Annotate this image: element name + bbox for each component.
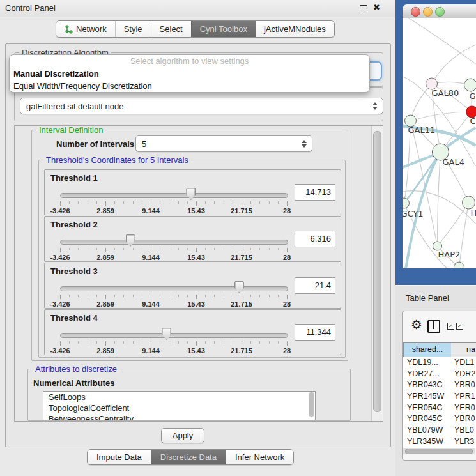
table-row: YBR045CYBR0 xyxy=(403,413,476,425)
slider-tick-labels: -3.4262.859 9.14415.43 21.71528 xyxy=(60,207,287,215)
interval-definition-label: Interval Definition xyxy=(36,125,105,135)
combo-arrows-icon xyxy=(301,140,306,148)
node-bottom-partial[interactable] xyxy=(454,262,464,268)
tab-network[interactable]: Network xyxy=(56,21,115,37)
node-partial-top[interactable] xyxy=(464,79,476,91)
tab-cyni-toolbox[interactable]: Cyni Toolbox xyxy=(191,21,256,37)
screenshot-root: Control Panel ✖ Network Style Select Cyn… xyxy=(0,0,476,476)
number-of-intervals-combobox[interactable]: 5 xyxy=(135,135,312,152)
node-h[interactable] xyxy=(463,196,475,209)
tab-jactivemnodules[interactable]: jActiveMNodules xyxy=(256,21,334,37)
table-horizontal-scrollbar[interactable] xyxy=(403,448,475,454)
threshold-1-slider[interactable]: -3.4262.859 9.14415.43 21.71528 xyxy=(60,188,287,212)
settings-vertical-scrollbar[interactable] xyxy=(371,126,383,421)
network-graph: GAL80 G C GAL11 GAL4 GCY1 H HAP2 xyxy=(403,18,476,268)
numerical-attributes-label: Numerical Attributes xyxy=(33,378,114,388)
thresholds-group: Threshold's Coordinates for 5 Intervals … xyxy=(38,160,346,358)
close-icon[interactable]: ✖ xyxy=(373,3,380,12)
float-window-icon[interactable] xyxy=(360,5,367,12)
tab-discretize-data[interactable]: Discretize Data xyxy=(151,450,226,464)
combo-arrows-icon xyxy=(372,102,377,110)
list-item[interactable]: BetweennessCentrality xyxy=(43,413,315,420)
control-panel-titlebar: Control Panel ✖ xyxy=(0,0,395,17)
attributes-group: Attributes to discretize Numerical Attri… xyxy=(27,369,351,421)
close-traffic-light[interactable] xyxy=(411,7,420,17)
slider-track[interactable] xyxy=(60,240,288,245)
threshold-2-slider[interactable]: -3.4262.859 9.14415.43 21.71528 xyxy=(60,234,287,259)
control-panel-tabbar: Network Style Select Cyni Toolbox jActiv… xyxy=(56,20,335,38)
algorithm-placeholder-option[interactable]: Select algorithm to view settings xyxy=(10,55,369,68)
table-row: YLR345WYLR3 xyxy=(403,436,476,448)
node-label-partial-g: G xyxy=(470,91,476,101)
gear-icon[interactable]: ⚙ xyxy=(411,318,422,331)
apply-button[interactable]: Apply xyxy=(161,428,204,443)
zoom-traffic-light[interactable] xyxy=(435,7,445,17)
node-hap2[interactable] xyxy=(433,242,442,250)
threshold-4-slider[interactable]: -3.4262.859 9.14415.43 21.71528 xyxy=(60,328,287,352)
threshold-2-label: Threshold 2 xyxy=(50,220,98,229)
table-data-value: galFiltered.sif default node xyxy=(26,102,123,111)
numerical-attributes-list[interactable]: SelfLoops TopologicalCoefficient Between… xyxy=(43,391,316,420)
checkbox-icon-1[interactable]: ✓ xyxy=(447,323,454,330)
slider-tick-labels: -3.4262.859 9.14415.43 21.71528 xyxy=(60,254,287,261)
node-label-gal11: GAL11 xyxy=(408,125,436,135)
node-table[interactable]: YDL19...YDL1 YDR27...YDR2 YBR043CYBR0 YP… xyxy=(403,357,476,448)
node-label-partial-h: H xyxy=(471,208,476,218)
threshold-4-value-field[interactable]: 11.344 xyxy=(295,324,335,341)
number-of-intervals-value: 5 xyxy=(142,139,146,149)
option-equal-width-frequency[interactable]: Equal Width/Frequency Discretization xyxy=(10,80,369,92)
list-scrollbar[interactable] xyxy=(309,392,314,417)
node-label-gal80: GAL80 xyxy=(432,88,459,98)
tab-style[interactable]: Style xyxy=(115,21,151,37)
slider-handle[interactable] xyxy=(162,328,171,340)
table-row: YDL19...YDL1 xyxy=(403,357,476,369)
threshold-1-value-field[interactable]: 14.713 xyxy=(295,184,335,201)
network-view-canvas[interactable]: GAL80 G C GAL11 GAL4 GCY1 H HAP2 xyxy=(403,18,476,268)
slider-handle[interactable] xyxy=(234,281,244,293)
node-label-gal4: GAL4 xyxy=(443,157,464,167)
threshold-3-label: Threshold 3 xyxy=(50,266,98,276)
algorithm-dropdown-popup: Select algorithm to view settings Manual… xyxy=(9,54,370,93)
table-data-combobox[interactable]: galFiltered.sif default node xyxy=(20,98,383,114)
tab-select[interactable]: Select xyxy=(151,21,191,37)
option-manual-discretization[interactable]: Manual Discretization xyxy=(10,68,369,80)
table-row: YPR145WYPR1 xyxy=(403,391,476,403)
node-gcy1[interactable] xyxy=(403,198,410,208)
slider-handle[interactable] xyxy=(126,234,135,247)
column-header-shared-name[interactable]: shared... xyxy=(403,342,452,357)
threshold-3-slider[interactable]: -3.4262.859 9.14415.43 21.71528 xyxy=(60,281,287,305)
tab-infer-network[interactable]: Infer Network xyxy=(226,450,293,464)
number-of-intervals-label: Number of Intervals xyxy=(56,139,134,149)
threshold-2-value-field[interactable]: 6.316 xyxy=(295,231,335,247)
table-row: YER054CYER0 xyxy=(403,403,476,414)
slider-track[interactable] xyxy=(60,286,288,291)
list-item[interactable]: TopologicalCoefficient xyxy=(43,403,315,413)
threshold-3-value-field[interactable]: 21.4 xyxy=(295,277,335,294)
attributes-group-label: Attributes to discretize xyxy=(33,364,119,374)
table-panel-title: Table Panel xyxy=(406,293,449,303)
column-header-name[interactable]: na xyxy=(451,342,476,357)
slider-ticks xyxy=(60,295,287,300)
threshold-4-row: Threshold 4 -3.4262.859 9.14415.43 21.71… xyxy=(44,309,341,355)
network-window-titlebar[interactable] xyxy=(403,4,476,19)
panel-title: Control Panel xyxy=(5,3,56,13)
threshold-3-row: Threshold 3 -3.4262.859 9.14415.43 21.71… xyxy=(44,263,341,309)
table-row: YDR27...YDR2 xyxy=(403,369,476,380)
node-label-partial-c: C xyxy=(470,116,476,126)
minimize-traffic-light[interactable] xyxy=(423,7,433,17)
slider-ticks xyxy=(60,248,287,253)
column-layout-icon[interactable] xyxy=(427,320,440,333)
tab-impute-data[interactable]: Impute Data xyxy=(88,450,151,464)
scrollbar-thumb[interactable] xyxy=(373,131,381,412)
threshold-1-label: Threshold 1 xyxy=(50,173,98,183)
slider-track[interactable] xyxy=(60,333,288,338)
slider-handle[interactable] xyxy=(186,188,196,200)
slider-track[interactable] xyxy=(60,193,288,198)
slider-tick-labels: -3.4262.859 9.14415.43 21.71528 xyxy=(60,347,287,355)
checkbox-icon-2[interactable]: ✓ xyxy=(456,323,463,330)
slider-ticks xyxy=(60,341,287,346)
node-label-gcy1: GCY1 xyxy=(403,209,424,219)
list-item[interactable]: SelfLoops xyxy=(43,392,315,403)
scrollbar-thumb[interactable] xyxy=(405,449,473,454)
algorithm-settings-panel: Interval Definition Number of Intervals … xyxy=(14,125,383,422)
